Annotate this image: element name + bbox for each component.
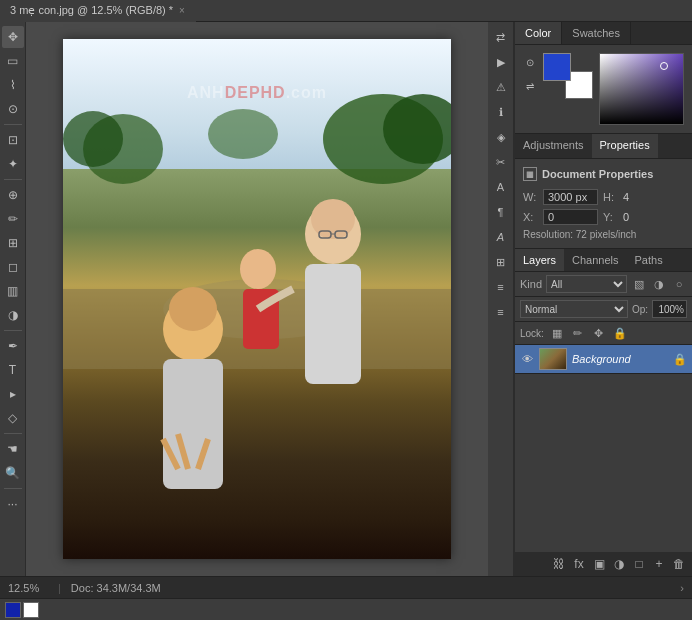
foreground-background-reset-icon[interactable]: ⊙ [523,55,537,69]
status-arrow-btn[interactable]: › [680,582,684,594]
zoom-level: 12.5% [8,582,48,594]
panel-toggle-btn11[interactable]: ≡ [490,276,512,298]
left-toolbox: ✥ ▭ ⌇ ⊙ ⊡ ✦ ⊕ ✏ ⊞ ◻ ▥ ◑ ✒ T ▸ ◇ ☚ 🔍 ··· [0,22,26,576]
zoom-tool-btn[interactable]: 🔍 [2,462,24,484]
x-input[interactable] [543,209,598,225]
swatches-tab[interactable]: Swatches [562,22,631,44]
tool-separator-5 [4,488,22,489]
adj-prop-tabs: Adjustments Properties [515,134,692,159]
new-group-btn[interactable]: □ [631,556,647,572]
channels-tab[interactable]: Channels [564,249,626,271]
layer-vis-filter-icon[interactable]: ○ [671,276,687,292]
file-tab[interactable]: 3 mẹ con.jpg @ 12.5% (RGB/8) * × [0,0,196,22]
layers-bottom-toolbar: ⛓ fx ▣ ◑ □ + 🗑 [515,552,692,576]
heal-tool-btn[interactable]: ⊕ [2,184,24,206]
clone-tool-btn[interactable]: ⊞ [2,232,24,254]
width-input[interactable] [543,189,598,205]
new-layer-btn[interactable]: + [651,556,667,572]
opacity-input[interactable] [652,300,687,318]
watermark-domain: .com [286,84,327,101]
watermark: ANHDEPHD.com [187,84,327,102]
x-label: X: [523,211,538,223]
panel-toggle-btn8[interactable]: ¶ [490,201,512,223]
layer-visibility-toggle[interactable]: 👁 [520,352,534,366]
workspace: ✥ ▭ ⌇ ⊙ ⊡ ✦ ⊕ ✏ ⊞ ◻ ▥ ◑ ✒ T ▸ ◇ ☚ 🔍 ··· [0,22,692,576]
panel-toggle-btn4[interactable]: ℹ [490,101,512,123]
link-layers-btn[interactable]: ⛓ [551,556,567,572]
lock-all-icon[interactable]: 🔒 [612,325,628,341]
doc-properties-title: Document Properties [542,168,653,180]
swap-colors-icon[interactable]: ⇌ [523,79,537,93]
gradient-tool-btn[interactable]: ▥ [2,280,24,302]
layer-pixel-filter-icon[interactable]: ▧ [631,276,647,292]
panel-toggle-btn2[interactable]: ▶ [490,51,512,73]
photo-content: ANHDEPHD.com [63,39,451,559]
doc-properties-icon: ▦ [523,167,537,181]
width-label: W: [523,191,538,203]
pen-tool-btn[interactable]: ✒ [2,335,24,357]
layers-tab[interactable]: Layers [515,249,564,271]
panel-toggle-btn5[interactable]: ◈ [490,126,512,148]
text-tool-btn[interactable]: T [2,359,24,381]
tab-filename: 3 mẹ con.jpg @ 12.5% (RGB/8) * [10,4,173,17]
panel-toggle-btn9[interactable]: A [490,226,512,248]
color-tab[interactable]: Color [515,22,562,44]
fg-bottom-swatch[interactable] [5,602,21,618]
blend-opacity-row: Normal Op: [515,297,692,322]
eraser-tool-btn[interactable]: ◻ [2,256,24,278]
panel-toggle-btn10[interactable]: ⊞ [490,251,512,273]
layers-empty-area [515,374,692,552]
panel-toggle-btn6[interactable]: ✂ [490,151,512,173]
tab-close-btn[interactable]: × [179,5,185,16]
opacity-label: Op: [632,304,648,315]
kind-label: Kind [520,278,542,290]
kind-select[interactable]: All [546,275,627,293]
adjustments-tab[interactable]: Adjustments [515,134,592,158]
brush-tool-btn[interactable]: ✏ [2,208,24,230]
delete-layer-btn[interactable]: 🗑 [671,556,687,572]
dodge-tool-btn[interactable]: ◑ [2,304,24,326]
select-rect-tool-btn[interactable]: ▭ [2,50,24,72]
properties-tab[interactable]: Properties [592,134,658,158]
background-layer-item[interactable]: 👁 Background 🔒 [515,345,692,374]
layer-effects-btn[interactable]: fx [571,556,587,572]
more-tools-btn[interactable]: ··· [2,493,24,515]
quick-select-tool-btn[interactable]: ⊙ [2,98,24,120]
lasso-tool-btn[interactable]: ⌇ [2,74,24,96]
bg-bottom-swatch[interactable] [23,602,39,618]
crop-tool-btn[interactable]: ⊡ [2,129,24,151]
lock-pixels-icon[interactable]: ▦ [549,325,565,341]
panel-toggle-btn7[interactable]: A [490,176,512,198]
width-row: W: H: 4 [523,189,684,205]
layer-adj-filter-icon[interactable]: ◑ [651,276,667,292]
hand-tool-btn[interactable]: ☚ [2,438,24,460]
mid-toolbar: ⇄ ▶ ⚠ ℹ ◈ ✂ A ¶ A ⊞ ≡ ≡ [488,22,514,576]
tool-separator-4 [4,433,22,434]
lock-image-icon[interactable]: ✏ [570,325,586,341]
move-tool-btn[interactable]: ✥ [2,26,24,48]
adjustment-layer-btn[interactable]: ◑ [611,556,627,572]
height-value: 4 [623,191,629,203]
eyedropper-tool-btn[interactable]: ✦ [2,153,24,175]
path-sel-tool-btn[interactable]: ▸ [2,383,24,405]
bottom-toolbar [0,598,692,620]
blend-mode-select[interactable]: Normal [520,300,628,318]
svg-point-10 [240,249,276,289]
svg-point-14 [169,287,217,331]
panel-toggle-btn3[interactable]: ⚠ [490,76,512,98]
panel-toggle-btn1[interactable]: ⇄ [490,26,512,48]
color-gradient-picker[interactable] [599,53,684,125]
lock-position-icon[interactable]: ✥ [591,325,607,341]
paths-tab[interactable]: Paths [627,249,671,271]
color-picker-cursor [660,62,668,70]
panel-toggle-btn12[interactable]: ≡ [490,301,512,323]
shape-tool-btn[interactable]: ◇ [2,407,24,429]
layer-mask-btn[interactable]: ▣ [591,556,607,572]
color-panel: ⊙ ⇌ [515,45,692,134]
layers-panel: Kind All ▧ ◑ ○ Normal Op: Lock: ▦ ✏ [515,272,692,576]
svg-rect-13 [163,359,223,489]
watermark-prefix: ANH [187,84,225,101]
canvas-area[interactable]: ANHDEPHD.com [26,22,488,576]
foreground-color-swatch[interactable] [543,53,571,81]
watermark-hd: DEP [225,84,261,101]
